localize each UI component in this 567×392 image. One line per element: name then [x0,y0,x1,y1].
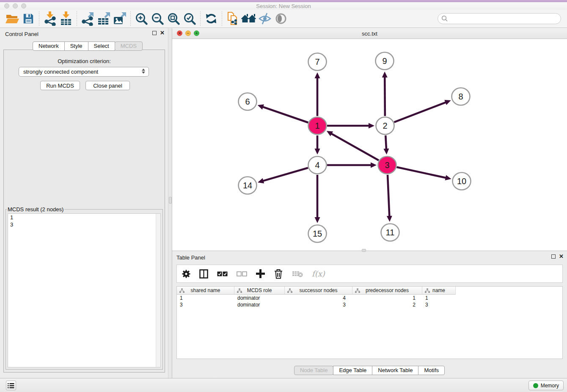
tab-select[interactable]: Select [88,41,115,51]
table-cell[interactable]: 4 [285,295,352,301]
tab-edge-table[interactable]: Edge Table [333,366,372,375]
tab-network[interactable]: Network [33,41,65,51]
divider-grip[interactable] [169,197,172,204]
graph-node-label: 8 [458,92,463,101]
hide-columns-icon[interactable] [237,271,247,276]
table-cell[interactable]: 1 [177,295,234,301]
export-table-icon[interactable] [96,11,112,27]
tab-mcds[interactable]: MCDS [115,41,143,51]
task-history-button[interactable] [6,381,16,390]
network-graph[interactable]: 1234678910111415 [172,39,567,251]
column-header-shared-name[interactable]: shared name [177,287,234,295]
show-all-icon[interactable] [273,11,289,27]
graph-node-4[interactable]: 4 [308,157,327,174]
graph-node-11[interactable]: 11 [381,224,399,241]
graph-edge-3-11[interactable] [388,175,389,217]
table-cell[interactable]: 3 [177,301,234,308]
graph-edge-3-10[interactable] [396,167,446,178]
open-session-icon[interactable] [4,11,20,27]
graph-edge-2-8[interactable] [394,102,446,122]
table-cell[interactable]: 3 [285,301,352,308]
run-mcds-button[interactable]: Run MCDS [40,81,80,90]
toolbar-separator [77,11,77,26]
graph-node-8[interactable]: 8 [452,88,470,105]
close-panel-button[interactable]: Close panel [85,81,130,90]
search-input[interactable] [438,13,561,24]
graph-node-7[interactable]: 7 [308,53,327,71]
add-column-icon[interactable] [256,269,265,278]
delete-table-icon[interactable] [292,271,303,277]
graph-node-9[interactable]: 9 [376,52,394,70]
export-network-icon[interactable] [80,11,96,27]
criterion-dropdown[interactable]: strongly connected component [19,67,149,77]
tab-node-table[interactable]: Node Table [294,366,334,375]
graph-edge-3-1[interactable] [331,133,379,160]
column-header-MCDS-role[interactable]: MCDS role [234,287,285,295]
tab-style[interactable]: Style [64,41,88,51]
save-session-icon[interactable] [20,11,36,27]
split-columns-icon[interactable] [199,269,208,279]
mcds-result-line: 3 [8,221,160,228]
graph-node-6[interactable]: 6 [239,93,257,110]
table-cell[interactable]: dominator [234,295,285,301]
first-neighbors-icon[interactable] [241,11,257,27]
zoom-fit-content-icon[interactable] [165,11,182,27]
graph-node-1[interactable]: 1 [308,117,327,135]
delete-column-icon[interactable] [274,269,283,279]
table-cell[interactable]: 1 [422,295,456,301]
graph-node-14[interactable]: 14 [239,177,257,194]
refresh-icon[interactable] [203,11,219,27]
mcds-result-scrollbar[interactable] [156,214,160,367]
graph-edge-1-6[interactable] [262,107,308,122]
table-settings-gear-icon[interactable] [182,270,190,278]
memory-status-dot [533,383,538,388]
tab-network-table[interactable]: Network Table [372,366,418,375]
import-network-icon[interactable] [42,11,58,27]
graph-node-label: 4 [315,160,319,170]
control-panel-title: Control Panel [5,31,39,37]
export-image-icon[interactable] [112,11,128,27]
zoom-selected-icon[interactable] [182,11,198,27]
table-panel: Table Panel ✕ [172,252,567,378]
horizontal-divider-grip[interactable] [362,249,366,252]
column-header-successor-nodes[interactable]: successor nodes [285,287,352,295]
table-cell[interactable]: 1 [352,295,422,301]
float-panel-icon[interactable] [152,31,157,35]
close-panel-icon[interactable]: ✕ [160,31,165,35]
float-table-panel-icon[interactable] [551,254,556,259]
graph-node-15[interactable]: 15 [308,225,327,243]
close-table-panel-icon[interactable]: ✕ [559,254,564,259]
column-header-name[interactable]: name [422,287,456,295]
graph-node-label: 9 [382,56,387,66]
graph-node-3[interactable]: 3 [378,157,396,174]
memory-button[interactable]: Memory [528,381,564,390]
graph-edge-4-14[interactable] [263,168,308,181]
zoom-in-icon[interactable] [133,11,149,27]
import-table-icon[interactable] [58,11,74,27]
table-row[interactable]: 3dominator323 [177,301,562,308]
graph-node-label: 11 [386,228,395,237]
new-network-from-selection-icon[interactable] [225,11,241,27]
tab-motifs[interactable]: Motifs [418,366,445,375]
panel-divider[interactable] [168,28,172,378]
graph-node-2[interactable]: 2 [376,117,394,135]
table-header-row: shared nameMCDS rolesuccessor nodesprede… [177,287,562,295]
table-panel-title: Table Panel [176,254,205,261]
hide-selected-icon[interactable] [257,11,273,27]
column-header-label: predecessor nodes [366,287,409,293]
graph-edge-2-9[interactable] [385,77,385,116]
table-cell[interactable]: dominator [234,301,285,308]
function-builder-icon[interactable]: f(x) [312,269,325,278]
toolbar-separator [222,11,222,26]
column-header-predecessor-nodes[interactable]: predecessor nodes [352,287,422,295]
mcds-result-list[interactable]: 13 [8,213,161,367]
zoom-out-icon[interactable] [149,11,165,27]
optimization-criterion-label: Optimization criterion: [0,58,168,64]
graph-edge-2-3[interactable] [385,135,386,149]
graph-node-10[interactable]: 10 [453,173,471,190]
graph-node-label: 14 [243,181,252,190]
table-cell[interactable]: 2 [352,301,422,308]
table-row[interactable]: 1dominator411 [177,295,562,301]
table-cell[interactable]: 3 [422,301,456,308]
show-columns-icon[interactable] [217,271,228,276]
